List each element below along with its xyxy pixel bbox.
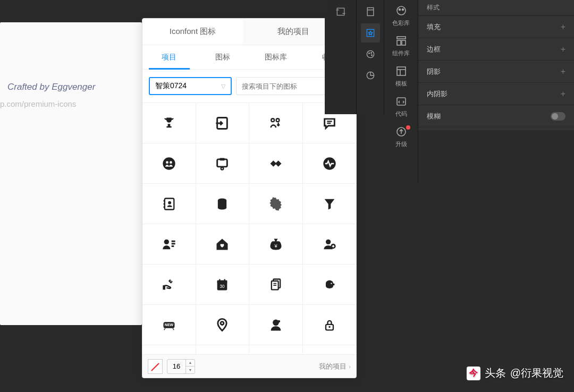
prop-shadow[interactable]: 阴影+: [418, 61, 574, 83]
calendar-30-icon[interactable]: 30: [196, 265, 250, 305]
svg-point-8: [166, 161, 168, 164]
plus-icon[interactable]: +: [561, 67, 565, 76]
svg-point-7: [163, 157, 175, 169]
watermark-suffix: @衍果视觉: [510, 366, 563, 380]
prop-blur[interactable]: 模糊: [418, 105, 574, 127]
piggy-icon[interactable]: [303, 265, 357, 305]
panel-footer: 16 ▲ ▼ 我的项目›: [142, 354, 356, 378]
toolbar-code[interactable]: 代码: [384, 91, 418, 121]
starbox-tool-icon[interactable]: [361, 23, 380, 42]
svg-text:30: 30: [220, 284, 225, 288]
project-select[interactable]: 智策0724 ▽: [149, 77, 232, 95]
hand-money-icon[interactable]: $: [142, 265, 196, 305]
size-value: 16: [167, 360, 185, 373]
plus-icon[interactable]: +: [561, 45, 565, 54]
project-select-value: 智策0724: [155, 81, 187, 91]
crop-tool-icon[interactable]: [331, 2, 350, 21]
prop-label: 阴影: [427, 67, 441, 76]
svg-point-61: [402, 9, 403, 11]
tab-iconfont[interactable]: Iconfont 图标: [142, 19, 243, 45]
rocket-icon[interactable]: [303, 345, 357, 354]
svg-point-60: [399, 9, 400, 11]
prop-label: 内阴影: [427, 89, 448, 99]
chevron-right-icon: ›: [349, 363, 351, 370]
svg-point-57: [371, 55, 372, 56]
files-icon[interactable]: [249, 265, 303, 305]
watermark: 今 头条 @衍果视觉: [467, 366, 563, 380]
toolbar-upgrade[interactable]: 升级: [384, 121, 418, 151]
svg-point-15: [168, 201, 171, 204]
svg-point-12: [221, 167, 224, 170]
panel-secondary-tabs: 项目 图标 图标库 收藏: [142, 45, 356, 70]
handshake-icon[interactable]: [249, 143, 303, 184]
prop-border[interactable]: 边框+: [418, 38, 574, 61]
svg-rect-11: [220, 158, 225, 160]
size-down[interactable]: ▼: [186, 367, 195, 373]
feedback-icon[interactable]: [249, 103, 303, 143]
svg-point-41: [221, 321, 224, 325]
subtab-project[interactable]: 项目: [142, 45, 196, 69]
canvas-background: Crafted by Eggvenger p.com/premium-icons: [0, 22, 142, 325]
svg-rect-63: [397, 40, 401, 45]
user-profile-icon[interactable]: [142, 224, 196, 265]
svg-point-4: [276, 118, 279, 122]
size-up[interactable]: ▲: [186, 360, 195, 367]
toolbar-component-lib[interactable]: 组件库: [384, 30, 418, 61]
toolbar-middle: [357, 0, 384, 114]
toolbar-left: [325, 0, 357, 114]
lock-icon[interactable]: [303, 305, 357, 345]
prop-label: 填充: [427, 22, 441, 32]
search-input[interactable]: [242, 82, 336, 90]
funnel-icon[interactable]: [303, 184, 357, 224]
money-bag-icon[interactable]: ¥: [249, 224, 303, 265]
size-stepper[interactable]: 16 ▲ ▼: [167, 359, 195, 374]
svg-point-55: [368, 53, 369, 54]
svg-point-26: [326, 239, 331, 244]
rise-icon[interactable]: [249, 345, 303, 354]
user-solid-icon[interactable]: [249, 305, 303, 345]
panel-top-tabs: Iconfont 图标 我的项目 ▶: [142, 19, 356, 45]
users-group-icon[interactable]: [142, 143, 196, 184]
palette-tool-icon[interactable]: [361, 45, 380, 64]
color-swatch[interactable]: [148, 359, 163, 374]
heartbeat-icon[interactable]: [303, 143, 357, 184]
panel-search-row: 智策0724 ▽: [142, 70, 356, 103]
home-heart-icon[interactable]: [196, 224, 250, 265]
rays-icon[interactable]: [142, 345, 196, 354]
svg-rect-64: [402, 40, 406, 45]
toggle-switch[interactable]: [551, 112, 565, 121]
prop-fill[interactable]: 填充+: [418, 16, 574, 38]
page-tool-icon[interactable]: [361, 2, 380, 21]
enter-icon[interactable]: [196, 103, 250, 143]
plus-icon[interactable]: +: [561, 89, 565, 99]
trophy-icon[interactable]: [142, 103, 196, 143]
svg-point-43: [277, 320, 280, 322]
route-icon[interactable]: [196, 345, 250, 354]
gear-icon[interactable]: [249, 184, 303, 224]
contacts-icon[interactable]: [142, 184, 196, 224]
watermark-logo-icon: 今: [467, 367, 480, 380]
watermark-prefix: 头条: [485, 366, 506, 380]
subtab-icon[interactable]: 图标: [196, 45, 250, 69]
location-pin-icon[interactable]: [196, 305, 250, 345]
wallet-card-icon[interactable]: [196, 143, 250, 184]
subtab-iconlib[interactable]: 图标库: [249, 45, 303, 69]
properties-header: 样式: [418, 0, 574, 16]
svg-point-9: [170, 161, 172, 164]
database-icon[interactable]: [196, 184, 250, 224]
svg-point-42: [273, 319, 279, 326]
prop-inner-shadow[interactable]: 内阴影+: [418, 83, 574, 105]
new-badge-icon[interactable]: NEW: [142, 305, 196, 345]
icon-grid: ¥$30NEW: [142, 103, 356, 354]
credit-text: Crafted by Eggvenger: [7, 82, 95, 92]
svg-point-38: [331, 283, 332, 284]
footer-project-link[interactable]: 我的项目›: [319, 362, 351, 371]
notification-dot-icon: [406, 125, 410, 130]
pie-tool-icon[interactable]: [361, 66, 380, 85]
toolbar-template[interactable]: 模板: [384, 61, 418, 91]
svg-point-54: [367, 50, 374, 57]
user-add-icon[interactable]: [303, 224, 357, 265]
plus-icon[interactable]: +: [561, 22, 565, 32]
svg-point-3: [271, 118, 274, 122]
toolbar-color-lib[interactable]: 色彩库: [384, 0, 418, 30]
